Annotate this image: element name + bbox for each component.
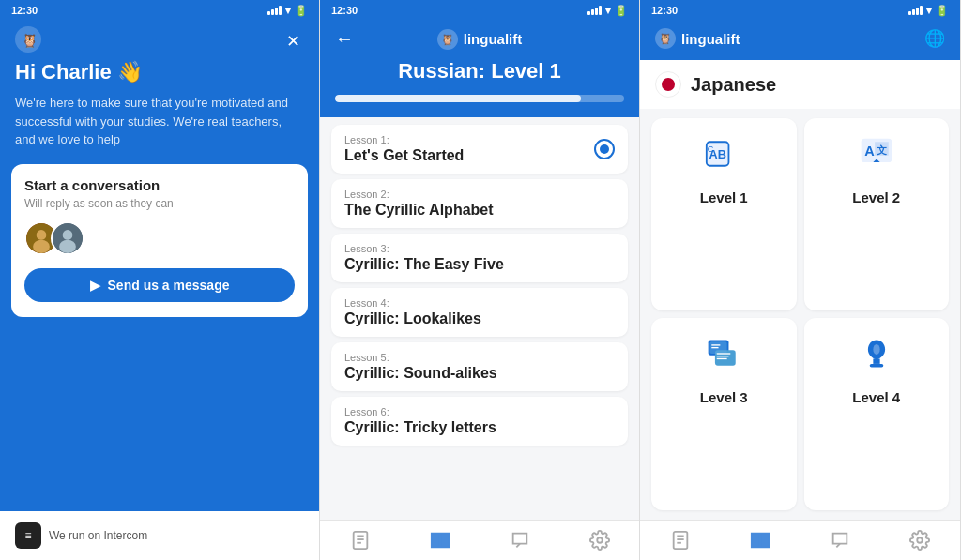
lesson-label-1: Lesson 1: [344, 134, 464, 145]
lesson-title-6: Cyrillic: Tricky letters [344, 419, 496, 436]
chat-spacer [0, 317, 319, 512]
lessons-list: Lesson 1: Let's Get Started Lesson 2: Th… [320, 117, 639, 520]
svg-point-38 [918, 537, 923, 543]
footer-text: We run on Intercom [49, 529, 147, 542]
avatar-2 [51, 221, 84, 255]
lesson-item-4[interactable]: Lesson 4: Cyrillic: Lookalikes [331, 288, 628, 337]
lesson-label-5: Lesson 5: [344, 352, 497, 363]
lesson-title-4: Cyrillic: Lookalikes [344, 310, 481, 327]
svg-point-3 [37, 230, 47, 240]
tab-document-2[interactable] [320, 526, 400, 554]
svg-text:🦉: 🦉 [22, 33, 38, 49]
document-icon-2 [350, 530, 371, 551]
lessons-header: ← 🦉 lingualift Russian: Level 1 [320, 21, 639, 117]
battery-icon-2: 🔋 [615, 5, 628, 17]
bottom-tabs-3 [640, 520, 960, 560]
lesson-title-1: Let's Get Started [344, 147, 464, 164]
signal-icon-3 [908, 6, 923, 15]
lesson-title-5: Cyrillic: Sound-alikes [344, 365, 497, 382]
brand-name-2: lingualift [464, 31, 523, 47]
document-icon-3 [670, 530, 691, 551]
tab-chat-2[interactable] [480, 526, 559, 554]
avatars-container [24, 221, 295, 255]
chat-panel: 12:30 ▾ 🔋 🦉 ✕ Hi Charlie 👋 We'r [0, 0, 320, 560]
tab-chat-3[interactable] [801, 526, 880, 554]
greeting-text: Hi Charlie 👋 [15, 60, 304, 84]
level-card-2[interactable]: A 文 Level 2 [804, 118, 950, 310]
time-2: 12:30 [331, 5, 358, 16]
lesson-label-4: Lesson 4: [344, 297, 481, 309]
svg-point-6 [63, 230, 73, 240]
signal-icon-2 [587, 6, 602, 15]
level-card-1[interactable]: AB C Level 1 [651, 118, 797, 310]
lesson-item-1[interactable]: Lesson 1: Let's Get Started [331, 125, 628, 174]
level-2-name: Level 2 [852, 189, 900, 205]
svg-rect-32 [869, 364, 883, 368]
language-header: Japanese [640, 60, 960, 109]
chat-footer: ≡ We run on Intercom [0, 511, 319, 560]
status-bar-3: 12:30 ▾ 🔋 [640, 0, 960, 21]
lessons-title: Russian: Level 1 [335, 59, 624, 83]
globe-button[interactable]: 🌐 [924, 28, 945, 49]
lesson-item-6[interactable]: Lesson 6: Cyrillic: Tricky letters [331, 397, 628, 446]
brand-owl-icon-3: 🦉 [655, 28, 676, 49]
lesson-item-5[interactable]: Lesson 5: Cyrillic: Sound-alikes [331, 342, 628, 391]
svg-point-7 [59, 239, 76, 252]
tab-book-3[interactable] [720, 526, 800, 554]
lessons-nav: ← 🦉 lingualift [335, 28, 624, 50]
tab-document-3[interactable] [640, 526, 720, 554]
lesson-item-2[interactable]: Lesson 2: The Cyrillic Alphabet [331, 179, 628, 228]
wifi-icon-3: ▾ [926, 5, 932, 17]
lesson-label-3: Lesson 3: [344, 243, 504, 254]
settings-icon-2 [589, 530, 610, 551]
level-card-4[interactable]: Level 4 [804, 318, 950, 510]
lesson-radio-1 [594, 139, 615, 159]
japanese-header: 🦉 lingualift 🌐 [640, 21, 960, 60]
time-1: 12:30 [11, 5, 38, 16]
lesson-label-6: Lesson 6: [344, 406, 496, 417]
level-2-icon: A 文 [858, 135, 895, 180]
svg-text:C: C [708, 144, 714, 154]
svg-point-14 [597, 537, 603, 543]
settings-icon-3 [909, 530, 930, 551]
lesson-title-2: The Cyrillic Alphabet [344, 202, 494, 219]
svg-point-33 [873, 344, 879, 355]
level-card-3[interactable]: Level 3 [651, 318, 797, 510]
levels-grid: AB C Level 1 A 文 Level 2 [640, 109, 960, 520]
lesson-title-3: Cyrillic: The Easy Five [344, 256, 504, 273]
greeting-subtext: We're here to make sure that you're moti… [15, 94, 304, 149]
japanese-panel: 12:30 ▾ 🔋 🦉 lingualift 🌐 Japanese [640, 0, 961, 560]
back-button[interactable]: ← [335, 28, 363, 50]
brand-name-3: lingualift [681, 31, 740, 47]
close-button[interactable]: ✕ [282, 30, 304, 53]
progress-bar [335, 95, 624, 102]
level-3-icon [705, 335, 742, 380]
card-title: Start a conversation [24, 177, 295, 193]
intercom-icon: ≡ [15, 522, 41, 549]
jp-flag [655, 71, 681, 98]
send-message-button[interactable]: ▶ Send us a message [24, 268, 295, 302]
svg-text:A: A [864, 144, 875, 159]
lessons-panel: 12:30 ▾ 🔋 ← 🦉 lingualift Rus [320, 0, 640, 560]
time-3: 12:30 [651, 5, 678, 16]
send-label: Send us a message [108, 278, 230, 293]
svg-point-4 [33, 239, 50, 252]
card-subtitle: Will reply as soon as they can [24, 197, 295, 210]
wifi-icon-2: ▾ [605, 5, 611, 17]
status-icons-2: ▾ 🔋 [587, 5, 628, 17]
book-icon-2 [430, 530, 450, 551]
brand-owl-icon: 🦉 [437, 29, 458, 50]
tab-book-2[interactable] [400, 526, 480, 554]
battery-icon: 🔋 [295, 5, 308, 17]
svg-text:🦉: 🦉 [659, 32, 672, 45]
tab-settings-2[interactable] [559, 526, 639, 554]
tab-settings-3[interactable] [880, 526, 960, 554]
lesson-item-3[interactable]: Lesson 3: Cyrillic: The Easy Five [331, 234, 628, 282]
level-4-icon [858, 335, 895, 380]
bottom-tabs-2 [320, 520, 639, 560]
jp-brand: 🦉 lingualift [655, 28, 740, 49]
status-icons-3: ▾ 🔋 [908, 5, 949, 17]
chat-header: 🦉 ✕ Hi Charlie 👋 We're here to make sure… [0, 21, 319, 164]
level-3-name: Level 3 [700, 389, 748, 405]
lingualift-brand: 🦉 lingualift [437, 29, 523, 50]
